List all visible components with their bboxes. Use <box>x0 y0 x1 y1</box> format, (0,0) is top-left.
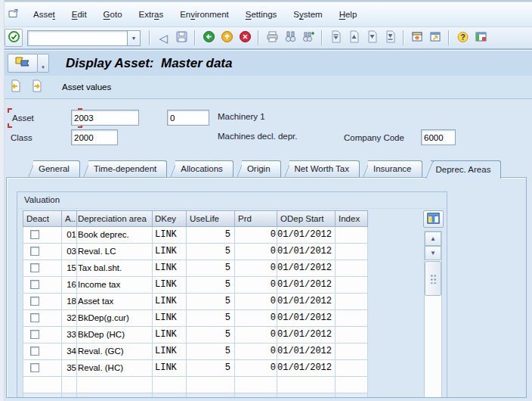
cell-deact[interactable] <box>23 277 62 294</box>
column-header-index[interactable]: Index <box>336 210 368 227</box>
class-field[interactable] <box>71 129 118 145</box>
cell-area[interactable]: 18 <box>62 294 77 310</box>
new-session-button[interactable] <box>408 29 426 47</box>
tab-time-dependent[interactable]: Time-dependent <box>88 160 167 177</box>
cell-dkey[interactable]: LINK <box>153 227 187 244</box>
tab-insurance[interactable]: Insurance <box>368 160 422 177</box>
menu-item-system[interactable]: System <box>285 10 330 19</box>
column-header-dkey[interactable]: DKey <box>153 210 187 227</box>
cell-prd[interactable]: 0 <box>235 327 277 343</box>
cell-name[interactable]: Reval. (HC) <box>77 360 153 377</box>
scroll-down-button[interactable]: ▼ <box>425 246 441 260</box>
menu-item-asset[interactable]: Asset <box>25 10 63 19</box>
cell-name[interactable]: Tax bal.sht. <box>77 260 153 277</box>
last-page-button[interactable] <box>381 29 399 47</box>
cell-prd[interactable]: 0 <box>235 260 277 277</box>
deact-checkbox[interactable] <box>30 297 39 306</box>
column-header-deact[interactable]: Deact <box>23 210 62 227</box>
cell-uselife[interactable]: 5 <box>187 244 235 260</box>
back-button[interactable]: ◁ <box>154 29 172 47</box>
cell-prd[interactable]: 0 <box>235 310 277 327</box>
cell-uselife[interactable]: 5 <box>187 310 235 327</box>
menu-item-help[interactable]: Help <box>331 10 366 19</box>
column-header-uselife[interactable]: UseLife <box>187 210 235 227</box>
cell-deact[interactable] <box>23 343 62 360</box>
cell-area[interactable]: 03 <box>62 244 77 260</box>
save-button[interactable] <box>172 29 190 47</box>
next-page-button[interactable] <box>363 29 381 47</box>
column-header-odep[interactable]: ODep Start <box>277 210 336 227</box>
next-asset-button[interactable] <box>27 78 45 96</box>
cell-area[interactable]: 01 <box>62 227 77 244</box>
menu-item-environment[interactable]: Environment <box>172 10 237 19</box>
tab-origin[interactable]: Origin <box>242 160 281 177</box>
cell-name[interactable]: Income tax <box>77 277 153 294</box>
cell-deact[interactable] <box>23 327 62 343</box>
cell-uselife[interactable]: 5 <box>187 343 235 360</box>
asset-subnumber-field[interactable] <box>167 110 209 126</box>
cell-dkey[interactable]: LINK <box>153 327 187 343</box>
back-exit-button[interactable] <box>200 29 218 47</box>
cell-area[interactable]: 32 <box>62 310 77 327</box>
cell-dkey[interactable]: LINK <box>153 294 187 310</box>
cell-prd[interactable]: 0 <box>235 244 277 260</box>
cell-deact[interactable] <box>23 294 62 310</box>
cell-dkey[interactable]: LINK <box>153 310 187 327</box>
cell-prd[interactable]: 0 <box>235 227 277 244</box>
cell-area[interactable]: 34 <box>62 343 77 360</box>
previous-asset-button[interactable] <box>6 78 24 96</box>
services-menu-button[interactable] <box>8 54 38 73</box>
cell-index[interactable] <box>336 360 368 377</box>
cell-deact[interactable] <box>23 360 62 377</box>
cell-area[interactable]: 33 <box>62 327 77 343</box>
exit-button[interactable] <box>218 29 236 47</box>
cell-name[interactable]: Reval. LC <box>77 244 153 260</box>
cell-deact[interactable] <box>23 227 62 244</box>
deact-checkbox[interactable] <box>30 280 39 289</box>
cell-uselife[interactable]: 5 <box>187 260 235 277</box>
cell-dkey[interactable]: LINK <box>153 244 187 260</box>
tab-allocations[interactable]: Allocations <box>175 160 234 177</box>
deact-checkbox[interactable] <box>30 263 39 272</box>
cell-dkey[interactable]: LINK <box>153 277 187 294</box>
title-dropdown-button[interactable]: ▼ <box>38 54 49 73</box>
cell-name[interactable]: Asset tax <box>77 294 153 310</box>
cell-dkey[interactable]: LINK <box>153 360 187 377</box>
layout-menu-button[interactable] <box>8 8 19 21</box>
cell-name[interactable]: Book deprec. <box>77 227 153 244</box>
deact-checkbox[interactable] <box>30 363 39 372</box>
help-button[interactable]: ? <box>453 29 472 47</box>
company-code-field[interactable] <box>421 129 456 145</box>
enter-button[interactable] <box>5 29 23 47</box>
cell-deact[interactable] <box>23 244 62 260</box>
cell-prd[interactable]: 0 <box>235 294 277 310</box>
cell-index[interactable] <box>336 343 368 360</box>
deact-checkbox[interactable] <box>30 230 39 239</box>
cell-area[interactable]: 35 <box>62 360 77 377</box>
cell-index[interactable] <box>336 227 368 244</box>
customize-layout-button[interactable] <box>472 29 490 47</box>
menu-item-extras[interactable]: Extras <box>131 10 172 19</box>
vertical-scrollbar[interactable]: ▲ ▼ <box>424 231 442 398</box>
menu-item-goto[interactable]: Goto <box>95 10 131 19</box>
cell-name[interactable]: BkDep(g.cur) <box>77 310 153 327</box>
asset-number-field[interactable] <box>71 110 139 126</box>
cell-odep[interactable]: 01/01/2012 <box>277 294 336 310</box>
menu-item-settings[interactable]: Settings <box>237 10 286 19</box>
cell-odep[interactable]: 01/01/2012 <box>277 343 336 360</box>
column-header-name[interactable]: Depreciation area <box>77 210 153 227</box>
first-page-button[interactable] <box>326 29 345 47</box>
cancel-button[interactable] <box>236 29 254 47</box>
cell-odep[interactable]: 01/01/2012 <box>277 244 336 260</box>
cell-deact[interactable] <box>23 310 62 327</box>
deact-checkbox[interactable] <box>30 347 39 356</box>
scrollbar-thumb[interactable] <box>425 261 441 296</box>
cell-uselife[interactable]: 5 <box>187 294 235 310</box>
cell-index[interactable] <box>336 327 368 343</box>
cell-index[interactable] <box>336 310 368 327</box>
cell-name[interactable]: BkDep (HC) <box>77 327 153 343</box>
deact-checkbox[interactable] <box>30 247 39 256</box>
cell-deact[interactable] <box>23 260 62 277</box>
cell-uselife[interactable]: 5 <box>187 277 235 294</box>
deact-checkbox[interactable] <box>30 313 39 322</box>
